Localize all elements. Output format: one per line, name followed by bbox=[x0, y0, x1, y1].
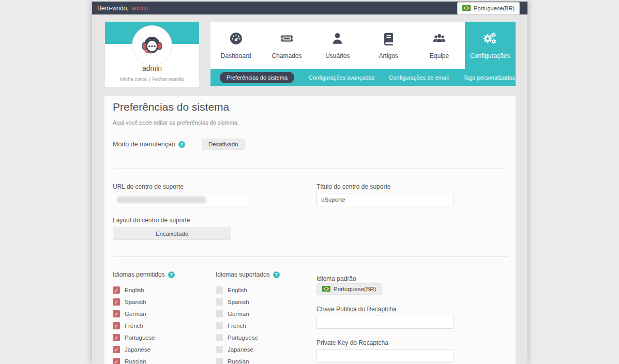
language-label: Portuguese bbox=[125, 335, 155, 341]
checkbox-checked-icon[interactable] bbox=[113, 322, 120, 329]
nav-tab-dashboard[interactable]: Dashboard bbox=[210, 22, 261, 69]
maintenance-mode-label: Modo de manutenção bbox=[113, 141, 175, 148]
language-row[interactable]: English bbox=[113, 286, 155, 294]
language-row[interactable]: Portuguese bbox=[216, 334, 258, 341]
maintenance-mode-row: Modo de manutenção Desativado bbox=[113, 139, 245, 150]
subnav-system-preferences[interactable]: Preferências do sistema bbox=[220, 72, 294, 83]
subnav-advanced-settings[interactable]: Configurações avançadas bbox=[309, 74, 374, 81]
support-title-label: Título do centro de suporte bbox=[316, 183, 390, 190]
brazil-flag-icon bbox=[322, 286, 330, 293]
admin-user-link[interactable]: admin bbox=[131, 5, 148, 12]
language-row[interactable]: German bbox=[216, 310, 258, 317]
checkbox-checked-icon[interactable] bbox=[113, 298, 120, 306]
subnav-custom-tags[interactable]: Tags personalizadas bbox=[463, 74, 515, 81]
language-row[interactable]: Spanish bbox=[113, 298, 155, 306]
checkbox-unchecked-icon[interactable] bbox=[216, 334, 223, 341]
language-row[interactable]: English bbox=[216, 286, 258, 294]
language-row[interactable]: Portuguese bbox=[113, 334, 155, 341]
ticket-icon bbox=[279, 31, 294, 48]
logout-link[interactable]: Fechar sessão bbox=[152, 76, 184, 82]
nav-tab-settings[interactable]: Configurações bbox=[465, 22, 516, 69]
layout-toggle-button[interactable]: Encaixotado bbox=[113, 228, 231, 240]
language-label: German bbox=[125, 311, 146, 317]
allowed-languages-list: English Spanish German French Portuguese… bbox=[113, 286, 155, 364]
divider bbox=[113, 256, 508, 257]
language-label: French bbox=[125, 323, 143, 329]
checkbox-checked-icon[interactable] bbox=[113, 346, 120, 353]
supported-languages-header: Idiomas suportados bbox=[216, 271, 280, 278]
profile-username: admin bbox=[105, 64, 199, 72]
allowed-languages-header: Idiomas permitidos bbox=[113, 271, 175, 278]
language-row[interactable]: French bbox=[216, 322, 258, 329]
language-row[interactable]: Russian bbox=[113, 358, 155, 364]
language-row[interactable]: French bbox=[113, 322, 155, 329]
checkbox-unchecked-icon[interactable] bbox=[216, 358, 223, 364]
language-label: French bbox=[228, 323, 246, 329]
language-label: English bbox=[228, 287, 247, 293]
page-subtitle: Aqui você pode editar as preferências do… bbox=[113, 119, 239, 126]
language-row[interactable]: Spanish bbox=[216, 298, 258, 306]
language-label: Spanish bbox=[228, 299, 249, 305]
language-row[interactable]: Japanese bbox=[216, 346, 258, 353]
language-label: Japanese bbox=[228, 346, 253, 353]
help-icon[interactable] bbox=[273, 271, 280, 278]
checkbox-checked-icon[interactable] bbox=[113, 310, 120, 317]
nav-tab-label: Usuários bbox=[325, 52, 350, 59]
default-language-value: Portuguese(BR) bbox=[334, 286, 376, 292]
language-label: Spanish bbox=[125, 299, 146, 305]
language-label: Russian bbox=[125, 358, 146, 364]
language-row[interactable]: Japanese bbox=[113, 346, 155, 353]
checkbox-unchecked-icon[interactable] bbox=[216, 310, 223, 317]
nav-tab-tickets[interactable]: Chamados bbox=[261, 22, 312, 69]
profile-card: admin Minha conta|Fechar sessão bbox=[105, 22, 199, 87]
user-icon bbox=[330, 31, 345, 48]
app-window: Bem-vindo, admin Portuguese(BR) bbox=[92, 0, 527, 364]
welcome-text: Bem-vindo, bbox=[97, 5, 129, 12]
language-row[interactable]: Russian bbox=[216, 358, 258, 364]
nav-tab-label: Artigos bbox=[379, 52, 398, 59]
avatar bbox=[132, 25, 172, 66]
nav-tab-users[interactable]: Usuários bbox=[312, 22, 363, 69]
layout-label: Layout do centro de suporte bbox=[113, 217, 190, 224]
settings-subnav: Preferências do sistema Configurações av… bbox=[210, 69, 516, 86]
recaptcha-public-input[interactable] bbox=[316, 315, 454, 329]
language-row[interactable]: German bbox=[113, 310, 155, 317]
links-separator: | bbox=[148, 76, 149, 82]
language-label: Portuguese bbox=[228, 335, 258, 341]
support-title-input[interactable] bbox=[316, 193, 454, 206]
book-icon bbox=[381, 31, 396, 48]
checkbox-checked-icon[interactable] bbox=[113, 334, 120, 341]
maintenance-toggle-button[interactable]: Desativado bbox=[202, 139, 245, 150]
nav-tab-label: Dashboard bbox=[221, 52, 251, 59]
team-icon bbox=[432, 31, 447, 48]
redacted-value bbox=[117, 196, 206, 203]
recaptcha-private-input[interactable] bbox=[316, 349, 454, 363]
checkbox-unchecked-icon[interactable] bbox=[216, 286, 223, 294]
nav-tab-staff[interactable]: Equipe bbox=[414, 22, 464, 69]
help-icon[interactable] bbox=[178, 141, 185, 148]
subnav-email-settings[interactable]: Configurações de email bbox=[389, 74, 449, 81]
nav-tab-articles[interactable]: Artigos bbox=[363, 22, 414, 69]
nav-tab-label: Chamados bbox=[271, 52, 301, 59]
nav-tab-label: Configurações bbox=[470, 52, 510, 59]
my-account-link[interactable]: Minha conta bbox=[120, 76, 147, 82]
support-url-label: URL do centro de suporte bbox=[113, 183, 184, 190]
language-label: Russian bbox=[228, 358, 249, 364]
dashboard-gauge-icon bbox=[229, 31, 244, 48]
language-label: German bbox=[228, 311, 249, 317]
checkbox-unchecked-icon[interactable] bbox=[216, 346, 223, 353]
default-language-label: Idioma padrão bbox=[316, 275, 356, 282]
checkbox-unchecked-icon[interactable] bbox=[216, 322, 223, 329]
gears-icon bbox=[482, 31, 497, 48]
checkbox-checked-icon[interactable] bbox=[113, 358, 120, 364]
support-url-input[interactable] bbox=[113, 193, 250, 206]
default-language-button[interactable]: Portuguese(BR) bbox=[316, 283, 382, 295]
allowed-languages-label: Idiomas permitidos bbox=[113, 271, 165, 278]
checkbox-unchecked-icon[interactable] bbox=[216, 298, 223, 306]
language-selector[interactable]: Portuguese(BR) bbox=[457, 2, 520, 14]
checkbox-checked-icon[interactable] bbox=[113, 286, 120, 294]
recaptcha-private-label: Private Key do Recaptcha bbox=[316, 339, 388, 346]
help-icon[interactable] bbox=[168, 271, 175, 278]
recaptcha-public-label: Chave Pública do Recaptcha bbox=[316, 306, 397, 313]
divider bbox=[113, 169, 508, 169]
